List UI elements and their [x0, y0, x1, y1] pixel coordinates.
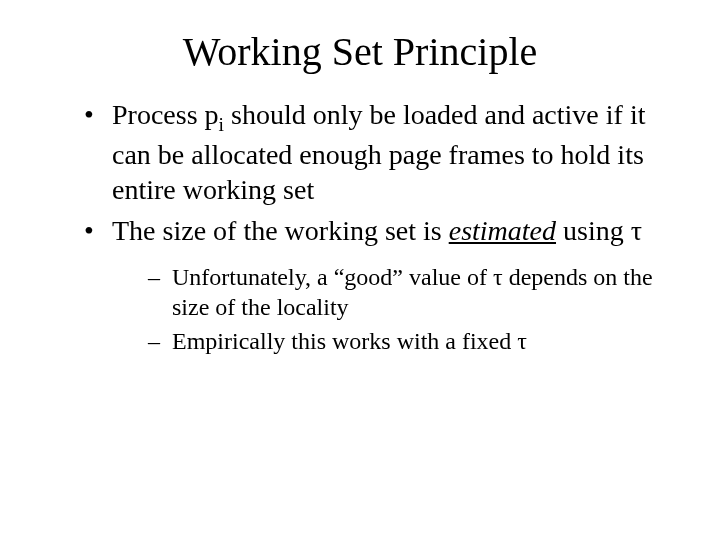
sub-bullet-text: Unfortunately, a “good” value of τ depen… [172, 264, 653, 320]
bullet-item: Process pi should only be loaded and act… [84, 97, 670, 207]
sub-bullet-item: Empirically this works with a fixed τ [148, 326, 670, 356]
sub-bullet-text: Empirically this works with a fixed τ [172, 328, 527, 354]
emphasis-text: estimated [449, 215, 556, 246]
bullet-text: The size of the working set is [112, 215, 449, 246]
bullet-text: Process p [112, 99, 219, 130]
sub-bullet-list: Unfortunately, a “good” value of τ depen… [112, 262, 670, 356]
bullet-list: Process pi should only be loaded and act… [40, 97, 680, 356]
slide: Working Set Principle Process pi should … [0, 0, 720, 540]
slide-title: Working Set Principle [40, 28, 680, 75]
bullet-text: using τ [556, 215, 642, 246]
bullet-item: The size of the working set is estimated… [84, 213, 670, 356]
sub-bullet-item: Unfortunately, a “good” value of τ depen… [148, 262, 670, 322]
